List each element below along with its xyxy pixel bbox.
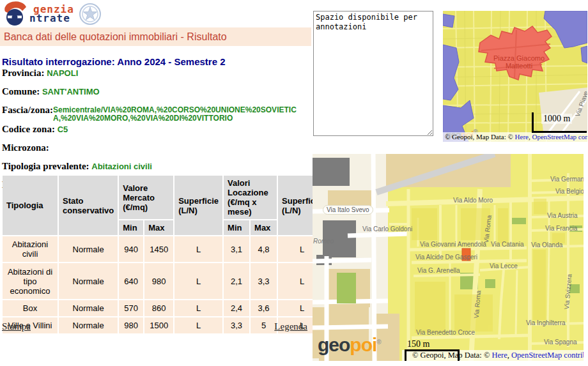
field-provincia: Provincia: NAPOLI xyxy=(2,68,310,79)
street-label-via-inghilterra: Via Inghilterra xyxy=(526,319,566,326)
street-label-romeo: Romeo xyxy=(313,238,334,245)
large-map[interactable]: Via Italo Svevo Via Carlo Goldoni Romeo … xyxy=(313,154,584,361)
street-label-via-olanda: Via Olanda xyxy=(531,241,562,248)
annotations-textarea[interactable]: Spazio disponibile per annotazioni xyxy=(313,11,433,136)
street-label-via-carlo-goldoni: Via Carlo Goldoni xyxy=(362,225,412,233)
col-header-vl-max: Max xyxy=(251,220,277,235)
street-label-via-belgio: Via Belgio xyxy=(555,188,584,195)
cell-vm-max: 860 xyxy=(144,300,173,316)
street-label-via-benedetto-croce: Via Benedetto Croce xyxy=(416,329,475,336)
quotations-table: Tipologia Stato conservativo Valore Merc… xyxy=(1,174,327,335)
cell-tipologia: Box xyxy=(3,300,58,316)
field-microzona: Microzona: xyxy=(2,142,310,153)
legenda-link[interactable]: Legenda xyxy=(274,321,307,332)
page-title: Banca dati delle quotazioni immobiliari … xyxy=(0,27,311,46)
provincia-label: Provincia: xyxy=(2,68,44,78)
table-row: Abitazioni civili Normale 940 1450 L 3,1… xyxy=(3,236,326,262)
cell-tipologia: Abitazioni di tipo economico xyxy=(3,263,58,299)
place-label-piazza-matteotti: Piazza Giacomo Matteotti xyxy=(488,54,550,70)
street-label-via-catania: Via Catania xyxy=(491,241,524,248)
cell-vm-max: 1450 xyxy=(144,236,173,262)
cell-stato: Normale xyxy=(59,300,118,316)
street-label-via-lecce: Via Lecce xyxy=(490,263,518,270)
result-value: Anno 2024 - Semestre 2 xyxy=(117,56,225,67)
codice-zona-label: Codice zona: xyxy=(2,124,55,134)
cell-vl-max: 4,8 xyxy=(251,236,277,262)
result-heading: Risultato interrogazione: Anno 2024 - Se… xyxy=(2,56,226,67)
col-header-valore-mercato: Valore Mercato (€/mq) xyxy=(119,176,173,219)
cell-vl-max: 3,6 xyxy=(251,300,277,316)
here-link[interactable]: Here xyxy=(492,351,507,360)
street-label-via-francia: Via Francia xyxy=(545,225,577,232)
attribution-text: © Geopoi, Map Data: © xyxy=(445,133,515,141)
openstreetmap-link[interactable]: OpenStreetMap contributors xyxy=(532,133,587,141)
col-header-valori-locazione: Valori Locazione (€/mq x mese) xyxy=(224,176,277,219)
cell-vm-min: 570 xyxy=(119,300,143,316)
fascia-zona-label: Fascia/zona: xyxy=(2,105,53,123)
fascia-zona-value: Semicentrale/VIA%20ROMA,%20CORSO%20UNION… xyxy=(53,105,310,123)
here-link[interactable]: Here xyxy=(515,133,529,141)
street-label-via-austria: Via Austria xyxy=(547,212,578,219)
cell-vl-min: 2,4 xyxy=(224,300,249,316)
geopoi-logo: geopoi® xyxy=(318,334,382,356)
cell-vl-min: 3,1 xyxy=(224,236,249,262)
scale-label: 1000 m xyxy=(541,114,572,124)
table-row: Box Normale 570 860 L 2,4 3,6 L xyxy=(3,300,326,316)
cell-vm-min: 640 xyxy=(119,263,143,299)
openstreetmap-link[interactable]: OpenStreetMap contributors xyxy=(511,351,584,360)
scale-label: 150 m xyxy=(407,339,429,349)
cell-vl-min: 2,1 xyxy=(224,263,249,299)
italy-emblem-icon xyxy=(78,2,102,26)
map-attribution: © Geopoi, Map Data: © Here, OpenStreetMa… xyxy=(443,132,587,142)
field-fascia-zona: Fascia/zona: Semicentrale/VIA%20ROMA,%20… xyxy=(2,105,310,123)
street-label-via-g-arenella: Via G. Arenella xyxy=(417,267,460,274)
cell-tipologia: Abitazioni civili xyxy=(3,236,58,262)
street-label-via-aldo-moro: Via Aldo Moro xyxy=(453,197,493,204)
logo-word-entrate: ntrate xyxy=(29,14,74,23)
agenzia-entrate-logo[interactable]: genzia ntrate xyxy=(3,1,102,27)
street-label-via-germania: Via Germania xyxy=(550,176,584,183)
small-map[interactable]: Piazza Giacomo Matteotti Via Piave 1000 … xyxy=(443,11,587,142)
field-tipologia-prevalente: Tipologia prevalente: Abitazioni civili xyxy=(2,161,310,172)
scale-bar: 1000 m xyxy=(532,112,587,133)
cell-vm-max: 980 xyxy=(144,263,173,299)
agenzia-entrate-mark-icon xyxy=(3,1,28,27)
footer-links: Stampa Legenda xyxy=(2,321,307,332)
col-header-stato-conservativo: Stato conservativo xyxy=(59,176,118,235)
cell-stato: Normale xyxy=(59,263,118,299)
street-label-via-alcide-de-gasperi: Via Alcide De Gasperi xyxy=(415,254,477,261)
scale-bar xyxy=(405,349,460,361)
col-header-vm-max: Max xyxy=(144,220,173,235)
col-header-tipologia: Tipologia xyxy=(3,176,58,235)
cell-vl-max: 3,3 xyxy=(251,263,277,299)
street-label-via-italo-svevo: Via Italo Svevo xyxy=(323,205,373,215)
street-label-via-giovanni-amendola: Via Giovanni Amendola xyxy=(420,241,486,248)
col-header-vm-min: Min xyxy=(119,220,143,235)
table-row: Abitazioni di tipo economico Normale 640… xyxy=(3,263,326,299)
stampa-link[interactable]: Stampa xyxy=(2,321,31,332)
col-header-vl-min: Min xyxy=(224,220,249,235)
tipologia-prevalente-value: Abitazioni civili xyxy=(91,162,152,171)
provincia-value: NAPOLI xyxy=(47,68,78,78)
page: genzia ntrate Banca dati delle quotazion… xyxy=(0,0,588,366)
field-comune: Comune: SANT'ANTIMO xyxy=(2,86,310,97)
result-label: Risultato interrogazione: xyxy=(2,56,115,67)
cell-superficie-1: L xyxy=(174,300,222,316)
field-codice-zona: Codice zona: C5 xyxy=(2,124,310,135)
cell-stato: Normale xyxy=(59,236,118,262)
cell-vm-min: 940 xyxy=(119,236,143,262)
col-header-superficie-1: Superficie (L/N) xyxy=(174,176,222,235)
cell-superficie-1: L xyxy=(174,236,222,262)
microzona-label: Microzona: xyxy=(2,142,49,153)
street-label-via-spagna: Via Spagna xyxy=(544,339,577,346)
tipologia-prevalente-label: Tipologia prevalente: xyxy=(2,161,89,171)
comune-label: Comune: xyxy=(2,86,40,96)
cell-superficie-1: L xyxy=(174,263,222,299)
comune-value: SANT'ANTIMO xyxy=(42,87,100,96)
codice-zona-value: C5 xyxy=(58,125,68,134)
